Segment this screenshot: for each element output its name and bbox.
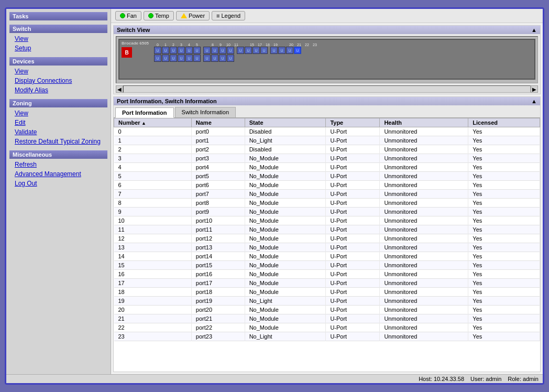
table-row[interactable]: 6port6No_ModuleU-PortUnmonitoredYes xyxy=(114,181,540,190)
table-row[interactable]: 11port11No_ModuleU-PortUnmonitoredYes xyxy=(114,225,540,234)
port-block[interactable]: U xyxy=(227,47,234,54)
table-row[interactable]: 1port1No_LightU-PortUnmonitoredYes xyxy=(114,136,540,145)
zoning-view-link[interactable]: View xyxy=(9,108,107,118)
port-block[interactable]: U xyxy=(203,47,211,54)
port-block[interactable]: U xyxy=(178,55,185,62)
devices-view-link[interactable]: View xyxy=(9,67,107,76)
cell-type: U-Port xyxy=(326,270,380,279)
table-row[interactable]: 15port15No_ModuleU-PortUnmonitoredYes xyxy=(114,261,540,270)
port-block[interactable]: U xyxy=(260,47,268,54)
collapse-port-icon[interactable]: ▲ xyxy=(531,98,537,104)
legend-button[interactable]: ≡ Legend xyxy=(212,11,245,20)
table-row[interactable]: 13port13No_ModuleU-PortUnmonitoredYes xyxy=(114,243,540,252)
port-block[interactable]: U xyxy=(211,47,218,54)
cell-type: U-Port xyxy=(326,127,380,136)
scrollbar-track[interactable] xyxy=(123,85,531,93)
cell-number: 1 xyxy=(114,136,192,145)
col-licensed[interactable]: Licensed xyxy=(468,118,540,127)
temp-label: Temp xyxy=(155,13,169,19)
table-row[interactable]: 12port12No_ModuleU-PortUnmonitoredYes xyxy=(114,234,540,243)
col-state[interactable]: State xyxy=(245,118,326,127)
port-block[interactable]: U xyxy=(286,47,293,54)
power-led xyxy=(181,13,187,18)
port-block[interactable]: U xyxy=(185,47,193,54)
port-block[interactable]: U xyxy=(219,47,226,54)
switch-section: Switch View Setup xyxy=(9,25,107,53)
table-row[interactable]: 7port7No_ModuleU-PortUnmonitoredYes xyxy=(114,190,540,199)
port-block[interactable]: U xyxy=(154,55,161,62)
temp-button[interactable]: Temp xyxy=(144,11,174,20)
port-block[interactable]: U xyxy=(237,47,244,54)
table-row[interactable]: 2port2DisabledU-PortUnmonitoredYes xyxy=(114,145,540,154)
col-health[interactable]: Health xyxy=(380,118,468,127)
cell-number: 19 xyxy=(114,297,192,306)
port-block[interactable]: U xyxy=(211,55,218,62)
port-block[interactable]: U xyxy=(252,47,260,54)
advanced-management-link[interactable]: Advanced Management xyxy=(9,169,107,179)
cell-number: 2 xyxy=(114,145,192,154)
modify-alias-link[interactable]: Modify Alias xyxy=(9,85,107,95)
col-name[interactable]: Name xyxy=(191,118,245,127)
table-row[interactable]: 22port22No_ModuleU-PortUnmonitoredYes xyxy=(114,323,540,332)
cell-state: No_Module xyxy=(245,234,326,243)
cell-state: No_Module xyxy=(245,181,326,190)
logout-link[interactable]: Log Out xyxy=(9,179,107,188)
restore-zoning-link[interactable]: Restore Default Typical Zoning xyxy=(9,137,107,146)
table-row[interactable]: 9port9No_ModuleU-PortUnmonitoredYes xyxy=(114,208,540,216)
table-row[interactable]: 17port17No_ModuleU-PortUnmonitoredYes xyxy=(114,279,540,288)
col-type[interactable]: Type xyxy=(326,118,380,127)
table-row[interactable]: 21port21No_ModuleU-PortUnmonitoredYes xyxy=(114,314,540,323)
table-row[interactable]: 14port14No_ModuleU-PortUnmonitoredYes xyxy=(114,252,540,261)
port-block[interactable]: U xyxy=(219,55,226,62)
scroll-left[interactable]: ◀ xyxy=(116,85,123,93)
port-block-active[interactable]: U xyxy=(294,47,301,54)
port-block[interactable]: U xyxy=(245,47,252,54)
port-block[interactable]: U xyxy=(203,55,211,62)
tasks-header: Tasks xyxy=(9,12,107,20)
zoning-validate-link[interactable]: Validate xyxy=(9,127,107,137)
power-button[interactable]: Power xyxy=(176,11,210,20)
switch-setup-link[interactable]: Setup xyxy=(9,43,107,53)
port-block[interactable]: U xyxy=(154,47,161,54)
zoning-edit-link[interactable]: Edit xyxy=(9,118,107,127)
table-row[interactable]: 23port23No_LightU-PortUnmonitoredYes xyxy=(114,332,540,341)
table-row[interactable]: 10port10No_ModuleU-PortUnmonitoredYes xyxy=(114,216,540,225)
cell-type: U-Port xyxy=(326,172,380,181)
port-block[interactable]: U xyxy=(227,55,234,62)
table-row[interactable]: 20port20No_ModuleU-PortUnmonitoredYes xyxy=(114,306,540,314)
cell-licensed: Yes xyxy=(468,225,540,234)
col-number[interactable]: Number xyxy=(114,118,192,127)
port-block[interactable]: U xyxy=(278,47,286,54)
port-block[interactable]: U xyxy=(193,47,201,54)
cell-health: Unmonitored xyxy=(380,270,468,279)
port-info-title: Port Information, Switch Information xyxy=(117,98,217,104)
display-connections-link[interactable]: Display Connections xyxy=(9,76,107,85)
table-row[interactable]: 19port19No_LightU-PortUnmonitoredYes xyxy=(114,297,540,306)
table-row[interactable]: 0port0DisabledU-PortUnmonitoredYes xyxy=(114,127,540,136)
temp-led xyxy=(148,13,153,18)
port-block[interactable]: U xyxy=(170,55,177,62)
table-row[interactable]: 4port4No_ModuleU-PortUnmonitoredYes xyxy=(114,163,540,172)
cell-state: No_Module xyxy=(245,190,326,199)
port-block[interactable]: U xyxy=(170,47,177,54)
collapse-icon[interactable]: ▲ xyxy=(531,27,537,33)
table-row[interactable]: 3port3No_ModuleU-PortUnmonitoredYes xyxy=(114,154,540,163)
port-block[interactable]: U xyxy=(193,55,201,62)
refresh-link[interactable]: Refresh xyxy=(9,160,107,169)
port-block[interactable]: U xyxy=(162,55,169,62)
scroll-right[interactable]: ▶ xyxy=(531,85,538,93)
port-block[interactable]: U xyxy=(270,47,278,54)
port-block[interactable]: U xyxy=(162,47,169,54)
port-table-wrapper[interactable]: Number Name State Type Health Licensed 0… xyxy=(114,118,540,372)
table-row[interactable]: 5port5No_ModuleU-PortUnmonitoredYes xyxy=(114,172,540,181)
user-status: User: admin xyxy=(470,376,501,382)
fan-button[interactable]: Fan xyxy=(115,11,141,20)
tab-port-information[interactable]: Port Information xyxy=(115,107,174,118)
table-row[interactable]: 8port8No_ModuleU-PortUnmonitoredYes xyxy=(114,199,540,208)
table-row[interactable]: 18port18No_ModuleU-PortUnmonitoredYes xyxy=(114,288,540,297)
port-block[interactable]: U xyxy=(178,47,185,54)
table-row[interactable]: 16port16No_ModuleU-PortUnmonitoredYes xyxy=(114,270,540,279)
switch-view-link[interactable]: View xyxy=(9,34,107,43)
port-block[interactable]: U xyxy=(185,55,193,62)
tab-switch-information[interactable]: Switch Information xyxy=(175,107,236,117)
